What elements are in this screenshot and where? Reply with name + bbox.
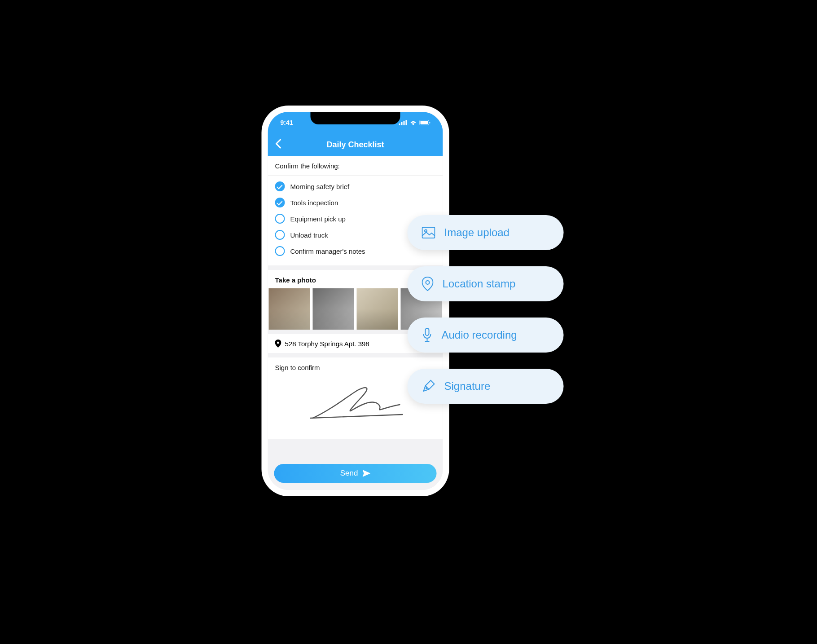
signature-heading: Sign to confirm — [275, 364, 436, 371]
checklist-item-label: Equipment pick up — [290, 215, 346, 223]
svg-rect-5 — [421, 121, 428, 124]
status-icons — [399, 120, 430, 125]
battery-icon — [420, 120, 430, 125]
checkbox-icon — [275, 198, 285, 207]
phone-screen: 9:41 Daily Checklist Confirm the followi… — [268, 112, 443, 490]
feature-pill-label: Signature — [444, 380, 491, 393]
status-time: 9:41 — [281, 119, 293, 126]
feature-pill-image-upload[interactable]: Image upload — [408, 215, 564, 250]
microphone-icon — [422, 328, 433, 342]
checkbox-icon — [275, 230, 285, 240]
location-pin-icon — [422, 277, 434, 291]
svg-point-9 — [426, 281, 430, 284]
svg-rect-1 — [401, 122, 403, 125]
send-button-label: Send — [340, 469, 358, 478]
checkbox-icon — [275, 181, 285, 191]
wifi-icon — [410, 120, 417, 125]
svg-point-8 — [425, 230, 427, 232]
pen-icon — [422, 379, 435, 393]
location-pin-icon — [275, 340, 281, 348]
svg-rect-0 — [399, 124, 400, 125]
feature-pill-audio-recording[interactable]: Audio recording — [408, 318, 564, 353]
checklist-item[interactable]: Confirm manager's notes — [275, 243, 436, 259]
checklist-item-label: Confirm manager's notes — [290, 247, 365, 255]
checkbox-icon — [275, 246, 285, 256]
photo-thumbnail[interactable] — [313, 288, 354, 330]
send-icon — [362, 470, 370, 477]
checklist-item[interactable]: Morning safety brief — [275, 178, 436, 194]
photo-thumbnail[interactable] — [269, 288, 310, 330]
photo-thumbnail[interactable] — [357, 288, 398, 330]
location-address: 528 Torphy Springs Apt. 398 — [285, 340, 369, 348]
phone-notch — [311, 112, 400, 124]
send-bar: Send — [268, 459, 443, 490]
signature-drawing-icon — [304, 383, 407, 423]
checklist-heading: Confirm the following: — [275, 162, 436, 170]
svg-rect-7 — [422, 227, 435, 238]
page-title: Daily Checklist — [275, 140, 436, 150]
svg-rect-6 — [430, 122, 430, 124]
feature-pill-signature[interactable]: Signature — [408, 369, 564, 404]
checklist-item[interactable]: Tools incpection — [275, 194, 436, 211]
svg-rect-2 — [404, 121, 405, 125]
chevron-left-icon — [275, 139, 281, 149]
image-icon — [422, 227, 435, 238]
svg-rect-3 — [406, 120, 407, 125]
checklist-item-label: Unload truck — [290, 231, 328, 239]
cellular-icon — [399, 120, 407, 125]
feature-pill-location-stamp[interactable]: Location stamp — [408, 266, 564, 301]
send-button[interactable]: Send — [274, 464, 437, 483]
checkbox-icon — [275, 214, 285, 224]
checklist: Morning safety brief Tools incpection Eq… — [275, 176, 436, 259]
app-navbar: Daily Checklist — [268, 133, 443, 156]
feature-pill-label: Location stamp — [443, 278, 516, 290]
feature-pill-label: Audio recording — [442, 329, 517, 341]
content-area: Confirm the following: Morning safety br… — [268, 156, 443, 459]
svg-point-13 — [426, 388, 427, 388]
checklist-item-label: Tools incpection — [290, 199, 338, 207]
svg-rect-10 — [426, 328, 429, 335]
checklist-item-label: Morning safety brief — [290, 183, 350, 190]
back-button[interactable] — [275, 138, 281, 151]
checklist-card: Confirm the following: Morning safety br… — [268, 156, 443, 265]
feature-pill-label: Image upload — [444, 226, 510, 239]
